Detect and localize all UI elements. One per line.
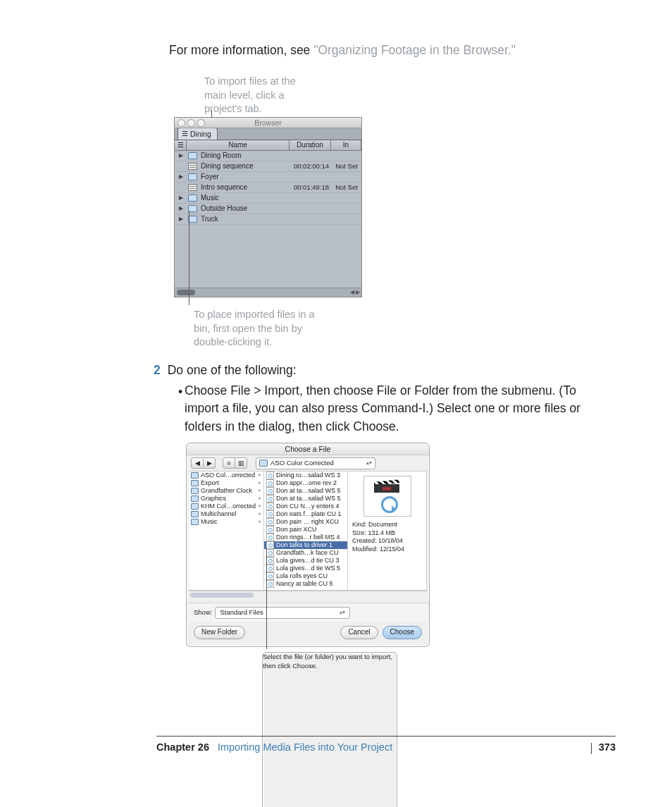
- step-2: 2 Do one of the following:: [169, 362, 297, 379]
- file-row[interactable]: Don pain XCU: [264, 526, 347, 534]
- browser-row[interactable]: Dining sequence00:02:00:14Not Set: [175, 161, 361, 172]
- nav-back-forward[interactable]: ◀ ▶: [191, 457, 216, 469]
- column-view-icon[interactable]: ▥: [235, 457, 247, 469]
- path-dropdown[interactable]: ASO Color Corrected ▴▾: [256, 457, 375, 469]
- choose-file-dialog: Choose a File ◀ ▶ ≡ ▥ ASO Color Correcte…: [186, 443, 430, 647]
- bullet-item: • Choose File > Import, then choose File…: [185, 382, 603, 436]
- file-row[interactable]: Don eats f…plate CU 1: [264, 510, 347, 518]
- preview-meta: Kind: Document Size: 131.4 MB Created: 1…: [352, 521, 422, 554]
- browser-title: Browser: [254, 118, 282, 127]
- folder-row[interactable]: Music▸: [189, 518, 263, 526]
- folder-row[interactable]: Multichannel▸: [189, 510, 263, 518]
- meta-modified: Modified: 12/15/04: [352, 546, 422, 554]
- browser-window: Browser ☰ Dining ☰ Name Duration In ▶Din…: [174, 117, 362, 297]
- folder-row[interactable]: ASO Col…orrected▸: [189, 472, 263, 479]
- browser-header: ☰ Name Duration In: [175, 140, 361, 151]
- col-icon[interactable]: ☰: [175, 140, 187, 150]
- folder-icon: [259, 460, 268, 467]
- intro-link: "Organizing Footage in the Browser.": [313, 43, 516, 57]
- quicktime-icon: [381, 496, 398, 513]
- choose-button[interactable]: Choose: [382, 626, 422, 639]
- column-view: ASO Col…orrected▸Export▸Grandfather Cloc…: [189, 471, 427, 591]
- file-row[interactable]: Don rings…r bell MS 4: [264, 534, 347, 541]
- path-label: ASO Color Corrected: [270, 459, 334, 468]
- browser-row[interactable]: ▶Foyer: [175, 172, 361, 183]
- col-duration[interactable]: Duration: [290, 140, 331, 150]
- file-row[interactable]: Lola gives…d tie WS 5: [264, 565, 347, 572]
- meta-kind: Kind: Document: [352, 521, 422, 529]
- browser-row[interactable]: ▶Truck: [175, 214, 361, 225]
- file-row[interactable]: Don at ta…salad WS 5: [264, 495, 347, 503]
- callout-bottom: To place imported files in a bin, first …: [194, 308, 321, 350]
- folder-row[interactable]: KHM Col…orrected▸: [189, 503, 263, 510]
- window-controls[interactable]: [178, 119, 205, 127]
- callout-top: To import files at the main level, click…: [204, 75, 317, 116]
- meta-created: Created: 10/18/04: [352, 537, 422, 546]
- file-row[interactable]: Lola gives…d tie CU 3: [264, 557, 347, 565]
- show-dropdown[interactable]: Standard Files ▴▾: [215, 607, 350, 619]
- file-row[interactable]: Dining ro…salad WS 3: [264, 472, 347, 479]
- browser-row[interactable]: ▶Dining Room: [175, 151, 361, 161]
- chevron-updown-icon: ▴▾: [340, 609, 345, 617]
- browser-rows: ▶Dining RoomDining sequence00:02:00:14No…: [175, 151, 361, 225]
- browser-row[interactable]: ▶Music: [175, 193, 361, 204]
- back-icon[interactable]: ◀: [191, 457, 204, 469]
- leader-line: [266, 548, 267, 649]
- page-footer: Chapter 26 Importing Media Files into Yo…: [156, 736, 616, 755]
- pane-preview: ▮▮▮▮ Kind: Document Size: 131.4 MB Creat…: [348, 472, 427, 590]
- browser-row[interactable]: Intro sequence00:01:49:18Not Set: [175, 183, 361, 193]
- intro-text: For more information, see "Organizing Fo…: [169, 42, 516, 59]
- pane-files[interactable]: Dining ro…salad WS 3Don appr…ome rev 2Do…: [264, 472, 348, 590]
- page-number: 373: [584, 741, 616, 755]
- col-in[interactable]: In: [331, 140, 361, 150]
- leader-line: [189, 211, 189, 305]
- file-row[interactable]: Don talks to driver 1: [264, 541, 347, 549]
- show-row: Show: Standard Files ▴▾: [187, 603, 429, 622]
- file-row[interactable]: Don appr…ome rev 2: [264, 479, 347, 487]
- preview-thumbnail: ▮▮▮▮: [363, 476, 411, 517]
- chevron-updown-icon: ▴▾: [366, 460, 372, 467]
- chapter-label: Chapter 26: [156, 741, 209, 755]
- new-folder-button[interactable]: New Folder: [194, 626, 245, 639]
- forward-icon[interactable]: ▶: [204, 457, 216, 469]
- show-label: Show:: [194, 608, 212, 617]
- folder-row[interactable]: Export▸: [189, 479, 263, 487]
- step-text: Do one of the following:: [168, 362, 297, 379]
- step-number: 2: [154, 362, 161, 379]
- browser-titlebar: Browser: [175, 118, 361, 128]
- file-row[interactable]: Don at ta…salad WS 5: [264, 487, 347, 495]
- browser-scrollbar[interactable]: ◀ ▶: [175, 288, 361, 297]
- file-row[interactable]: Nancy at table CU 5: [264, 580, 347, 588]
- file-row[interactable]: Don pain … right XCU: [264, 518, 347, 526]
- chapter-title: Importing Media Files into Your Project: [218, 741, 392, 755]
- dialog-toolbar: ◀ ▶ ≡ ▥ ASO Color Corrected ▴▾: [187, 455, 429, 471]
- project-tab-label: Dining: [190, 129, 211, 139]
- view-mode-buttons[interactable]: ≡ ▥: [223, 457, 247, 469]
- meta-size: Size: 131.4 MB: [352, 529, 422, 538]
- pane-folders[interactable]: ASO Col…orrected▸Export▸Grandfather Cloc…: [189, 472, 264, 590]
- list-view-icon[interactable]: ≡: [223, 457, 235, 469]
- dialog-title: Choose a File: [187, 443, 429, 455]
- browser-tabbar: ☰ Dining: [175, 128, 361, 140]
- project-tab[interactable]: ☰ Dining: [178, 128, 218, 140]
- callout-dialog: Select the file (or folder) you want to …: [262, 652, 397, 807]
- folder-row[interactable]: Graphics▸: [189, 495, 263, 503]
- cancel-button[interactable]: Cancel: [340, 626, 378, 639]
- file-row[interactable]: Don CU N…y enters 4: [264, 503, 347, 510]
- browser-row[interactable]: ▶Outside House: [175, 204, 361, 214]
- bullet-text: Choose File > Import, then choose File o…: [185, 383, 580, 433]
- file-row[interactable]: Grandfath…k face CU: [264, 549, 347, 557]
- folder-row[interactable]: Grandfather Clock▸: [189, 487, 263, 495]
- show-value: Standard Files: [220, 608, 263, 617]
- file-row[interactable]: Lola rolls eyes CU: [264, 572, 347, 580]
- dialog-buttons: New Folder Cancel Choose: [187, 622, 429, 643]
- dialog-scrollbar[interactable]: [189, 591, 427, 598]
- intro-prefix: For more information, see: [169, 43, 313, 57]
- bullet-dot: •: [178, 383, 182, 401]
- col-name[interactable]: Name: [187, 140, 290, 150]
